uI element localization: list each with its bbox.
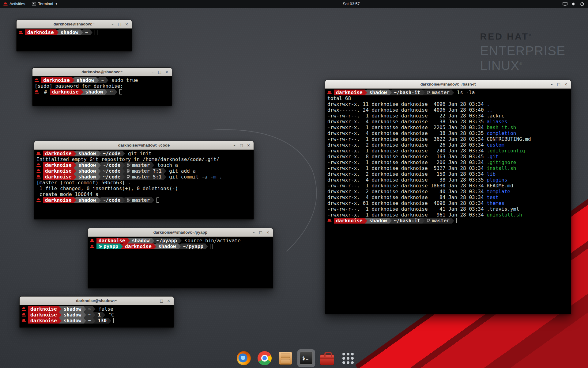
prompt-line: darknoiseshadow~ false <box>22 306 172 312</box>
powerline-separator-icon <box>74 174 76 180</box>
powerline-separator-icon <box>84 306 86 312</box>
prompt-segment-red: darknoise <box>28 318 59 324</box>
window-titlebar[interactable]: darknoise@shadow:~–□× <box>17 20 132 29</box>
powerline-separator-icon <box>98 197 101 203</box>
powerline-separator-icon <box>105 89 107 95</box>
minimize-button[interactable]: – <box>251 229 257 236</box>
power-icon <box>580 2 584 6</box>
prompt-segment-gray: shadow <box>76 168 98 174</box>
maximize-button[interactable]: □ <box>258 229 264 236</box>
redhat-prompt-icon <box>36 175 41 179</box>
prompt-segment-red: darknoise <box>43 197 74 203</box>
app-menu-label: Terminal <box>38 2 53 6</box>
close-button[interactable]: × <box>245 142 252 148</box>
prompt-segment-gray: shadow <box>130 238 152 243</box>
close-button[interactable]: × <box>165 297 172 304</box>
terminal-content[interactable]: darknoiseshadow~ sudo true[sudo] passwor… <box>32 76 172 106</box>
powerline-separator-icon <box>452 218 454 224</box>
minimize-button[interactable]: – <box>231 142 238 148</box>
prompt-segment-dark: ~ <box>86 318 93 324</box>
prompt-segment-dark: ~/code <box>101 168 123 174</box>
dock-item-files[interactable] <box>277 349 294 367</box>
powerline-separator-icon <box>164 174 166 180</box>
maximize-button[interactable]: □ <box>158 297 165 304</box>
maximize-button[interactable]: □ <box>556 81 562 87</box>
output-text: Initialized empty Git repository in /hom… <box>36 156 219 162</box>
prompt-line: darknoiseshadow~1 ^C <box>22 312 172 318</box>
prompt-line: darknoiseshadow~/bash-itmaster ls -la <box>327 90 569 95</box>
maximize-button[interactable]: □ <box>238 142 245 148</box>
window-titlebar[interactable]: darknoise@shadow:~–□× <box>32 68 172 76</box>
activities-button[interactable]: Activities <box>0 0 28 8</box>
file-row: -rw-rw-r--. 1 darknoise darknoise 3622 J… <box>327 136 569 142</box>
file-name: lib <box>487 171 496 177</box>
minimize-button[interactable]: – <box>151 297 158 304</box>
output-line: total 68 <box>327 95 569 101</box>
prompt-segment-gray: shadow <box>83 89 105 95</box>
powerline-separator-icon <box>103 312 105 318</box>
file-row: -rwxrwxr-x. 1 darknoise darknoise 2205 J… <box>327 125 569 130</box>
prompt-segment-dark: ~/code <box>101 162 123 168</box>
file-meta: drwxrwxr-x. 61 darknoise darknoise 4096 … <box>327 200 487 206</box>
maximize-button[interactable]: □ <box>116 21 123 27</box>
file-meta: -rwxrwxr-x. 1 darknoise darknoise 5327 J… <box>327 165 487 171</box>
git-branch-icon <box>427 219 430 223</box>
powerline-separator-icon <box>81 89 83 95</box>
close-button[interactable]: × <box>563 81 569 87</box>
close-button[interactable]: × <box>265 229 271 236</box>
clock[interactable]: Sat 03:57 <box>343 0 360 8</box>
file-name: template <box>487 189 510 194</box>
powerline-separator-icon <box>96 78 99 83</box>
file-name: .travis.yml <box>487 206 519 212</box>
system-status-area[interactable] <box>560 0 587 8</box>
file-name: README.md <box>487 183 513 189</box>
minimize-button[interactable]: – <box>149 69 156 75</box>
powerline-separator-icon <box>178 244 181 249</box>
window-title: darknoise@shadow:~ <box>81 70 123 74</box>
powerline-separator-icon <box>389 218 392 224</box>
powerline-separator-icon <box>123 168 125 174</box>
window-titlebar[interactable]: darknoise@shadow:~/code–□× <box>34 141 254 150</box>
powerline-separator-icon <box>154 244 156 249</box>
window-titlebar[interactable]: darknoise@shadow:~/bash-it–□× <box>325 80 571 89</box>
file-row: drwxrwxr-x. 61 darknoise darknoise 4096 … <box>327 200 569 206</box>
output-text: [sudo] password for darknoise: <box>35 83 123 89</box>
output-text: [master (root-commit) 50bcb63] . <box>36 180 131 186</box>
dock-item-toolbox[interactable] <box>318 349 336 367</box>
git-branch-icon <box>427 90 430 94</box>
close-button[interactable]: × <box>123 21 130 27</box>
window-titlebar[interactable]: darknoise@shadow:~–□× <box>20 297 174 305</box>
terminal-content[interactable]: darknoiseshadow~ falsedarknoiseshadow~1 … <box>20 305 174 328</box>
app-grid-icon <box>342 353 354 364</box>
output-line: 1 file changed, 0 insertions(+), 0 delet… <box>36 186 251 191</box>
powerline-separator-icon <box>98 151 101 156</box>
dock-item-chrome[interactable] <box>256 349 273 367</box>
top-bar: Activities Terminal ▼ Sat 03:57 <box>0 0 588 8</box>
minimize-button[interactable]: – <box>109 21 116 27</box>
file-meta: -rw-rw-r--. 1 darknoise darknoise 22 Jan… <box>327 113 487 119</box>
output-line: [master (root-commit) 50bcb63] . <box>36 180 251 186</box>
terminal-content[interactable]: darknoiseshadow~/pyapp source bin/activa… <box>88 237 273 288</box>
minimize-button[interactable]: – <box>548 81 555 87</box>
maximize-button[interactable]: □ <box>156 69 163 75</box>
file-name: bash_it.sh <box>487 125 516 130</box>
terminal-content[interactable]: darknoiseshadow~/code git initInitialize… <box>34 150 254 219</box>
prompt-segment-dark: ~/code <box>101 197 123 203</box>
redhat-prompt-icon <box>22 307 26 311</box>
window-titlebar[interactable]: darknoise@shadow:~/pyapp–□× <box>88 228 273 237</box>
display-icon <box>563 2 567 6</box>
dock-item-firefox[interactable] <box>235 349 253 367</box>
terminal-window: darknoise@shadow:~–□×darknoiseshadow~ fa… <box>19 296 174 328</box>
chevron-down-icon: ▼ <box>55 3 57 5</box>
close-button[interactable]: × <box>164 69 170 75</box>
window-title: darknoise@shadow:~/code <box>118 143 170 148</box>
terminal-content[interactable]: darknoiseshadow~ <box>17 29 132 51</box>
window-controls: –□× <box>548 80 569 88</box>
powerline-separator-icon <box>59 312 62 318</box>
terminal-content[interactable]: darknoiseshadow~/bash-itmaster ls -latot… <box>325 89 571 314</box>
dock-item-app-grid[interactable] <box>339 349 357 367</box>
file-name: .editorconfig <box>487 148 525 154</box>
dock-item-terminal[interactable]: $ <box>297 349 315 367</box>
prompt-segment-gray: shadow <box>74 77 96 83</box>
app-menu-terminal[interactable]: Terminal ▼ <box>28 0 61 8</box>
